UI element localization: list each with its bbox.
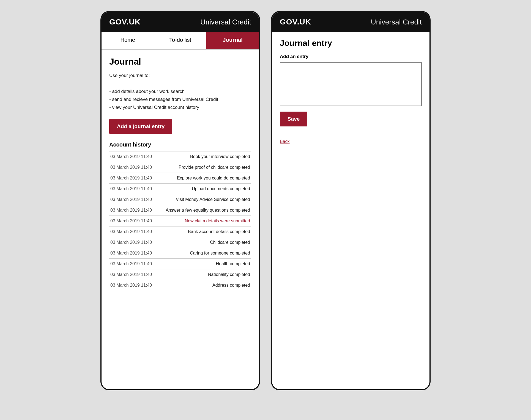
history-action: Health completed — [159, 259, 251, 269]
history-date: 03 March 2019 11:40 — [109, 259, 159, 269]
history-row: 03 March 2019 11:40Caring for someone co… — [109, 248, 251, 259]
tab-home[interactable]: Home — [102, 32, 154, 49]
journal-entry-title: Journal entry — [272, 32, 429, 48]
journal-description: Use your journal to: - add details about… — [109, 72, 251, 111]
journal-entry-textarea[interactable] — [280, 62, 422, 106]
save-button[interactable]: Save — [280, 112, 307, 126]
history-row: 03 March 2019 11:40Nationality completed — [109, 269, 251, 280]
service-name-right: Universal Credit — [371, 18, 422, 26]
left-header: GOV.UK Universal Credit — [102, 12, 259, 32]
history-date: 03 March 2019 11:40 — [109, 162, 159, 173]
nav-tabs: Home To-do list Journal — [102, 32, 259, 50]
left-phone: GOV.UK Universal Credit Home To-do list … — [100, 11, 260, 390]
journal-page-title: Journal — [109, 57, 251, 67]
history-row: 03 March 2019 11:40Childcare completed — [109, 237, 251, 248]
add-entry-label: Add an entry — [272, 54, 429, 59]
history-row: 03 March 2019 11:40Address completed — [109, 280, 251, 291]
history-row: 03 March 2019 11:40Bank account details … — [109, 226, 251, 237]
history-action: Nationality completed — [159, 269, 251, 280]
history-action: Visit Money Advice Service completed — [159, 194, 251, 205]
history-date: 03 March 2019 11:40 — [109, 216, 159, 226]
history-date: 03 March 2019 11:40 — [109, 184, 159, 194]
add-journal-entry-button[interactable]: Add a journal entry — [109, 119, 172, 134]
history-row: 03 March 2019 11:40Explore work you coul… — [109, 173, 251, 184]
desc-item-2: - send and recieve messages from Unniver… — [109, 97, 218, 102]
history-action: Caring for someone completed — [159, 248, 251, 259]
history-date: 03 March 2019 11:40 — [109, 269, 159, 280]
history-row: 03 March 2019 11:40Answer a few equality… — [109, 205, 251, 216]
history-date: 03 March 2019 11:40 — [109, 151, 159, 162]
history-action: Address completed — [159, 280, 251, 291]
history-date: 03 March 2019 11:40 — [109, 226, 159, 237]
history-action[interactable]: New claim details were submitted — [159, 216, 251, 226]
history-row: 03 March 2019 11:40New claim details wer… — [109, 216, 251, 226]
history-date: 03 March 2019 11:40 — [109, 280, 159, 291]
right-header: GOV.UK Universal Credit — [272, 12, 429, 32]
desc-intro: Use your journal to: — [109, 73, 150, 78]
history-action: Upload documents completed — [159, 184, 251, 194]
history-row: 03 March 2019 11:40Health completed — [109, 259, 251, 269]
history-table: 03 March 2019 11:40Book your interview c… — [109, 151, 251, 291]
gov-uk-logo-right: GOV.UK — [280, 18, 311, 26]
back-link[interactable]: Back — [280, 139, 290, 144]
service-name-left: Universal Credit — [200, 18, 251, 26]
history-row: 03 March 2019 11:40Visit Money Advice Se… — [109, 194, 251, 205]
save-button-wrap: Save — [272, 112, 429, 134]
history-row: 03 March 2019 11:40Upload documents comp… — [109, 184, 251, 194]
history-action: Explore work you could do completed — [159, 173, 251, 184]
history-date: 03 March 2019 11:40 — [109, 248, 159, 259]
history-action: Bank account details completed — [159, 226, 251, 237]
tab-journal[interactable]: Journal — [206, 32, 259, 49]
history-date: 03 March 2019 11:40 — [109, 205, 159, 216]
history-action: Book your interview completed — [159, 151, 251, 162]
tab-todo[interactable]: To-do list — [154, 32, 207, 49]
account-history-title: Account history — [109, 142, 251, 148]
history-action: Answer a few equality questions complete… — [159, 205, 251, 216]
history-date: 03 March 2019 11:40 — [109, 173, 159, 184]
back-link-wrap: Back — [272, 139, 429, 144]
right-phone: GOV.UK Universal Credit Journal entry Ad… — [271, 11, 431, 390]
gov-uk-logo-left: GOV.UK — [109, 18, 141, 26]
history-row: 03 March 2019 11:40Provide proof of chil… — [109, 162, 251, 173]
history-date: 03 March 2019 11:40 — [109, 194, 159, 205]
journal-content: Journal Use your journal to: - add detai… — [102, 50, 259, 297]
history-row: 03 March 2019 11:40Book your interview c… — [109, 151, 251, 162]
history-action: Provide proof of childcare completed — [159, 162, 251, 173]
desc-item-3: - view your Universal Credit account his… — [109, 105, 199, 110]
history-date: 03 March 2019 11:40 — [109, 237, 159, 248]
desc-item-1: - add details about your work search — [109, 89, 185, 94]
history-action: Childcare completed — [159, 237, 251, 248]
